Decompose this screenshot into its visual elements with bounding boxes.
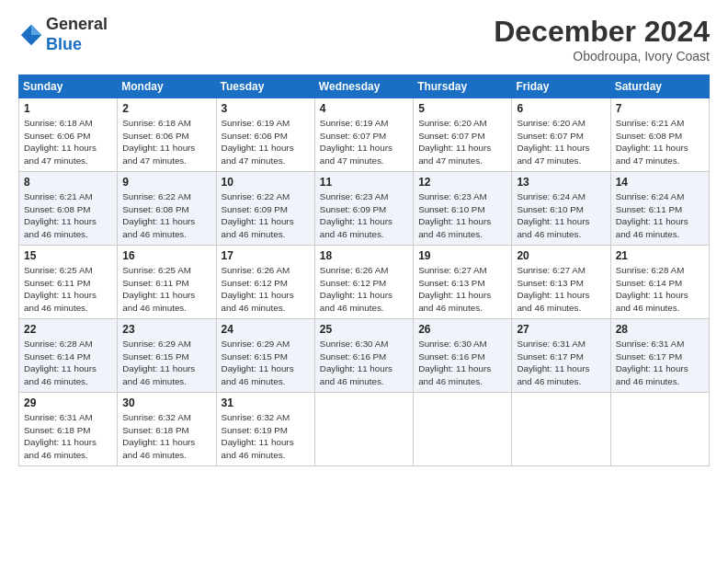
day-info: Sunrise: 6:21 AM Sunset: 6:08 PM Dayligh… xyxy=(616,117,704,167)
day-info: Sunrise: 6:19 AM Sunset: 6:06 PM Dayligh… xyxy=(222,117,310,167)
calendar-cell: 23Sunrise: 6:29 AM Sunset: 6:15 PM Dayli… xyxy=(118,319,216,393)
calendar-cell: 11Sunrise: 6:23 AM Sunset: 6:09 PM Dayli… xyxy=(314,172,413,246)
day-info: Sunrise: 6:27 AM Sunset: 6:13 PM Dayligh… xyxy=(418,264,506,315)
day-info: Sunrise: 6:24 AM Sunset: 6:11 PM Dayligh… xyxy=(616,190,704,241)
day-number: 12 xyxy=(418,176,506,189)
day-info: Sunrise: 6:18 AM Sunset: 6:06 PM Dayligh… xyxy=(24,117,112,167)
day-info: Sunrise: 6:31 AM Sunset: 6:17 PM Dayligh… xyxy=(517,338,605,388)
day-number: 2 xyxy=(122,102,210,115)
day-number: 6 xyxy=(517,102,605,115)
day-info: Sunrise: 6:29 AM Sunset: 6:15 PM Dayligh… xyxy=(122,338,210,388)
day-info: Sunrise: 6:31 AM Sunset: 6:17 PM Dayligh… xyxy=(616,338,704,388)
calendar-cell: 26Sunrise: 6:30 AM Sunset: 6:16 PM Dayli… xyxy=(414,319,512,393)
title-block: December 2024 Obodroupa, Ivory Coast xyxy=(494,15,710,63)
calendar-cell: 3Sunrise: 6:19 AM Sunset: 6:06 PM Daylig… xyxy=(216,98,314,172)
calendar-week-row: 8Sunrise: 6:21 AM Sunset: 6:08 PM Daylig… xyxy=(19,172,710,246)
day-number: 9 xyxy=(122,176,210,189)
day-number: 19 xyxy=(418,249,506,262)
logo-blue: Blue xyxy=(46,35,82,53)
day-info: Sunrise: 6:25 AM Sunset: 6:11 PM Dayligh… xyxy=(24,264,112,315)
calendar-week-row: 1Sunrise: 6:18 AM Sunset: 6:06 PM Daylig… xyxy=(19,98,710,172)
day-number: 30 xyxy=(122,396,210,409)
svg-marker-1 xyxy=(31,24,41,34)
weekday-header: Saturday xyxy=(610,75,709,98)
day-number: 24 xyxy=(222,323,310,336)
header: General Blue December 2024 Obodroupa, Iv… xyxy=(18,15,710,63)
day-number: 25 xyxy=(320,323,408,336)
calendar-cell: 4Sunrise: 6:19 AM Sunset: 6:07 PM Daylig… xyxy=(314,98,413,172)
day-info: Sunrise: 6:20 AM Sunset: 6:07 PM Dayligh… xyxy=(418,117,506,167)
day-info: Sunrise: 6:30 AM Sunset: 6:16 PM Dayligh… xyxy=(320,338,408,388)
day-info: Sunrise: 6:28 AM Sunset: 6:14 PM Dayligh… xyxy=(616,264,704,315)
day-number: 1 xyxy=(24,102,112,115)
day-number: 21 xyxy=(616,249,704,262)
day-number: 14 xyxy=(616,176,704,189)
weekday-header: Monday xyxy=(118,75,216,98)
calendar-cell: 2Sunrise: 6:18 AM Sunset: 6:06 PM Daylig… xyxy=(118,98,216,172)
day-info: Sunrise: 6:30 AM Sunset: 6:16 PM Dayligh… xyxy=(418,338,506,388)
day-info: Sunrise: 6:22 AM Sunset: 6:08 PM Dayligh… xyxy=(122,190,210,241)
day-info: Sunrise: 6:23 AM Sunset: 6:10 PM Dayligh… xyxy=(418,190,506,241)
calendar-cell: 10Sunrise: 6:22 AM Sunset: 6:09 PM Dayli… xyxy=(216,172,314,246)
calendar-cell: 21Sunrise: 6:28 AM Sunset: 6:14 PM Dayli… xyxy=(610,246,709,319)
calendar-cell: 6Sunrise: 6:20 AM Sunset: 6:07 PM Daylig… xyxy=(512,98,610,172)
calendar-cell: 29Sunrise: 6:31 AM Sunset: 6:18 PM Dayli… xyxy=(19,393,118,466)
calendar-cell: 13Sunrise: 6:24 AM Sunset: 6:10 PM Dayli… xyxy=(512,172,610,246)
logo-text: General Blue xyxy=(46,15,108,54)
calendar-cell: 7Sunrise: 6:21 AM Sunset: 6:08 PM Daylig… xyxy=(610,98,709,172)
day-info: Sunrise: 6:24 AM Sunset: 6:10 PM Dayligh… xyxy=(517,190,605,241)
day-number: 5 xyxy=(418,102,506,115)
calendar-cell: 20Sunrise: 6:27 AM Sunset: 6:13 PM Dayli… xyxy=(512,246,610,319)
calendar-cell: 5Sunrise: 6:20 AM Sunset: 6:07 PM Daylig… xyxy=(414,98,512,172)
calendar-cell xyxy=(314,393,413,466)
day-info: Sunrise: 6:22 AM Sunset: 6:09 PM Dayligh… xyxy=(222,190,310,241)
day-info: Sunrise: 6:29 AM Sunset: 6:15 PM Dayligh… xyxy=(222,338,310,388)
day-info: Sunrise: 6:32 AM Sunset: 6:18 PM Dayligh… xyxy=(122,411,210,462)
logo: General Blue xyxy=(18,15,108,54)
day-number: 10 xyxy=(222,176,310,189)
calendar-cell: 12Sunrise: 6:23 AM Sunset: 6:10 PM Dayli… xyxy=(414,172,512,246)
day-info: Sunrise: 6:27 AM Sunset: 6:13 PM Dayligh… xyxy=(517,264,605,315)
day-number: 18 xyxy=(320,249,408,262)
day-number: 15 xyxy=(24,249,112,262)
calendar-cell: 28Sunrise: 6:31 AM Sunset: 6:17 PM Dayli… xyxy=(610,319,709,393)
calendar-cell: 1Sunrise: 6:18 AM Sunset: 6:06 PM Daylig… xyxy=(19,98,118,172)
calendar-cell: 9Sunrise: 6:22 AM Sunset: 6:08 PM Daylig… xyxy=(118,172,216,246)
calendar-table: SundayMondayTuesdayWednesdayThursdayFrid… xyxy=(18,75,710,466)
weekday-header: Friday xyxy=(512,75,610,98)
day-number: 22 xyxy=(24,323,112,336)
day-number: 26 xyxy=(418,323,506,336)
day-number: 8 xyxy=(24,176,112,189)
day-info: Sunrise: 6:19 AM Sunset: 6:07 PM Dayligh… xyxy=(320,117,408,167)
day-number: 20 xyxy=(517,249,605,262)
calendar-week-row: 29Sunrise: 6:31 AM Sunset: 6:18 PM Dayli… xyxy=(19,393,710,466)
calendar-cell: 17Sunrise: 6:26 AM Sunset: 6:12 PM Dayli… xyxy=(216,246,314,319)
calendar-cell: 24Sunrise: 6:29 AM Sunset: 6:15 PM Dayli… xyxy=(216,319,314,393)
day-number: 4 xyxy=(320,102,408,115)
location: Obodroupa, Ivory Coast xyxy=(494,49,710,63)
calendar-cell: 31Sunrise: 6:32 AM Sunset: 6:19 PM Dayli… xyxy=(216,393,314,466)
calendar-cell: 30Sunrise: 6:32 AM Sunset: 6:18 PM Dayli… xyxy=(118,393,216,466)
day-info: Sunrise: 6:21 AM Sunset: 6:08 PM Dayligh… xyxy=(24,190,112,241)
weekday-header: Wednesday xyxy=(314,75,413,98)
day-number: 28 xyxy=(616,323,704,336)
day-info: Sunrise: 6:26 AM Sunset: 6:12 PM Dayligh… xyxy=(222,264,310,315)
day-info: Sunrise: 6:18 AM Sunset: 6:06 PM Dayligh… xyxy=(122,117,210,167)
calendar-cell: 27Sunrise: 6:31 AM Sunset: 6:17 PM Dayli… xyxy=(512,319,610,393)
day-number: 7 xyxy=(616,102,704,115)
calendar-cell: 22Sunrise: 6:28 AM Sunset: 6:14 PM Dayli… xyxy=(19,319,118,393)
day-info: Sunrise: 6:28 AM Sunset: 6:14 PM Dayligh… xyxy=(24,338,112,388)
day-info: Sunrise: 6:20 AM Sunset: 6:07 PM Dayligh… xyxy=(517,117,605,167)
calendar-cell: 25Sunrise: 6:30 AM Sunset: 6:16 PM Dayli… xyxy=(314,319,413,393)
calendar-week-row: 22Sunrise: 6:28 AM Sunset: 6:14 PM Dayli… xyxy=(19,319,710,393)
day-number: 3 xyxy=(222,102,310,115)
weekday-header: Sunday xyxy=(19,75,118,98)
calendar-cell: 15Sunrise: 6:25 AM Sunset: 6:11 PM Dayli… xyxy=(19,246,118,319)
calendar-cell: 19Sunrise: 6:27 AM Sunset: 6:13 PM Dayli… xyxy=(414,246,512,319)
day-number: 17 xyxy=(222,249,310,262)
calendar-cell: 8Sunrise: 6:21 AM Sunset: 6:08 PM Daylig… xyxy=(19,172,118,246)
day-info: Sunrise: 6:23 AM Sunset: 6:09 PM Dayligh… xyxy=(320,190,408,241)
day-info: Sunrise: 6:25 AM Sunset: 6:11 PM Dayligh… xyxy=(122,264,210,315)
day-number: 27 xyxy=(517,323,605,336)
month-title: December 2024 xyxy=(494,15,710,49)
